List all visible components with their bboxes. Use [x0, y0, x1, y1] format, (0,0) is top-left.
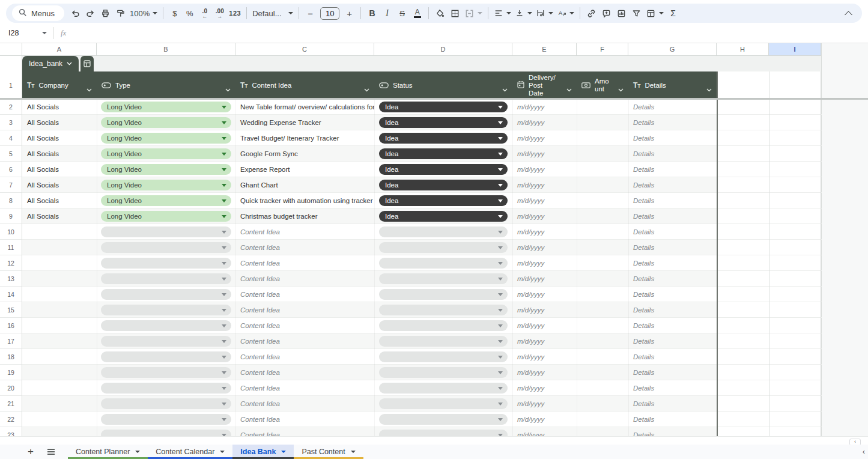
status-dropdown-pill[interactable] [379, 367, 508, 378]
create-filter-button[interactable] [629, 5, 644, 21]
horizontal-scrollbar[interactable]: ‹ [0, 436, 868, 445]
cell-h[interactable] [717, 271, 769, 287]
cell-h[interactable] [717, 99, 769, 115]
cell-h[interactable] [717, 240, 769, 255]
cell-delivery-date[interactable]: m/d/yyyy [512, 396, 577, 412]
cell-amount[interactable] [577, 380, 628, 396]
status-dropdown-pill[interactable] [379, 273, 508, 284]
cell-details[interactable]: Details [628, 162, 717, 177]
status-dropdown-pill[interactable] [379, 351, 508, 362]
row-header-21[interactable]: 21 [0, 396, 22, 412]
row-header-15[interactable]: 15 [0, 302, 22, 318]
cell-details[interactable]: Details [628, 365, 717, 380]
cell-details[interactable]: Details [628, 380, 717, 396]
cell-amount[interactable] [577, 224, 628, 240]
cell-i[interactable] [769, 177, 821, 193]
cell-i[interactable] [769, 349, 821, 365]
row-header-16[interactable]: 16 [0, 318, 22, 333]
format-percent-button[interactable]: % [182, 5, 197, 21]
cell-i[interactable] [769, 115, 821, 130]
cell-content-idea[interactable]: Content Idea [235, 255, 374, 271]
cell-company[interactable] [22, 224, 97, 240]
cell-details[interactable]: Details [628, 271, 717, 287]
column-header-H[interactable]: H [717, 43, 769, 56]
cell-h[interactable] [717, 412, 769, 427]
redo-button[interactable] [83, 5, 98, 21]
row-header-4[interactable]: 4 [0, 130, 22, 146]
cell-i[interactable] [769, 427, 821, 436]
cell-i[interactable] [769, 396, 821, 412]
column-menu-chevron-icon[interactable] [566, 84, 572, 94]
cell-delivery-date[interactable]: m/d/yyyy [512, 380, 577, 396]
cell-h[interactable] [717, 208, 769, 224]
column-menu-chevron-icon[interactable] [706, 84, 712, 94]
type-dropdown-pill[interactable]: Long Video [101, 117, 231, 128]
column-header-I[interactable]: I [769, 43, 821, 56]
status-dropdown-pill[interactable] [379, 320, 508, 331]
cell-details[interactable]: Details [628, 255, 717, 271]
cell-h[interactable] [717, 349, 769, 365]
row-header-20[interactable]: 20 [0, 380, 22, 396]
type-dropdown-pill[interactable] [101, 226, 231, 237]
status-dropdown-pill[interactable] [379, 398, 508, 409]
cell-delivery-date[interactable]: m/d/yyyy [512, 365, 577, 380]
status-dropdown-pill[interactable] [379, 289, 508, 300]
chevron-down-icon[interactable] [42, 32, 47, 34]
table-header-delivery-post-date[interactable]: Delivery/ Post Date [512, 71, 577, 99]
row-header-3[interactable]: 3 [0, 115, 22, 130]
cell-delivery-date[interactable]: m/d/yyyy [512, 224, 577, 240]
status-dropdown-pill[interactable] [379, 305, 508, 315]
type-dropdown-pill[interactable] [101, 398, 231, 409]
cell-company[interactable] [22, 349, 97, 365]
cell-i[interactable] [769, 412, 821, 427]
status-dropdown-pill[interactable] [379, 226, 508, 237]
row-header-6[interactable]: 6 [0, 162, 22, 177]
cell-content-idea[interactable]: Content Idea [235, 412, 374, 427]
cell-details[interactable]: Details [628, 224, 717, 240]
cell-amount[interactable] [577, 208, 628, 224]
status-dropdown-pill[interactable]: Idea [379, 102, 508, 112]
insert-link-button[interactable] [584, 5, 599, 21]
functions-button[interactable]: Σ [666, 5, 681, 21]
cell-i[interactable] [769, 271, 821, 287]
cell-amount[interactable] [577, 193, 628, 208]
cell-amount[interactable] [577, 240, 628, 255]
cell-company[interactable]: All Socials [22, 162, 97, 177]
cell-content-idea[interactable]: Content Idea [235, 333, 374, 349]
cell-i[interactable] [769, 99, 821, 115]
status-dropdown-pill[interactable] [379, 336, 508, 347]
cell-delivery-date[interactable]: m/d/yyyy [512, 427, 577, 436]
column-header-G[interactable]: G [628, 43, 717, 56]
text-rotation-button[interactable]: A [555, 5, 576, 21]
cell-amount[interactable] [577, 99, 628, 115]
cell-company[interactable]: All Socials [22, 193, 97, 208]
cell-h[interactable] [717, 427, 769, 436]
cell-content-idea[interactable]: Content Idea [235, 318, 374, 333]
cell-i[interactable] [769, 302, 821, 318]
side-panel-chevron-icon[interactable]: ‹ [863, 447, 865, 456]
cell-company[interactable]: All Socials [22, 115, 97, 130]
cell-i[interactable] [769, 146, 821, 162]
cell-company[interactable]: All Socials [22, 208, 97, 224]
cell-details[interactable]: Details [628, 177, 717, 193]
table-header-company[interactable]: TTCompany [22, 71, 97, 99]
cell-company[interactable] [22, 396, 97, 412]
strikethrough-button[interactable]: S [395, 5, 410, 21]
cell-details[interactable]: Details [628, 193, 717, 208]
cell-details[interactable]: Details [628, 130, 717, 146]
cell-details[interactable]: Details [628, 318, 717, 333]
cell-i[interactable] [769, 224, 821, 240]
cell-details[interactable]: Details [628, 115, 717, 130]
vertical-align-button[interactable] [513, 5, 534, 21]
cell-h[interactable] [717, 287, 769, 302]
all-sheets-button[interactable] [44, 445, 58, 459]
cell-h[interactable] [717, 255, 769, 271]
cell-delivery-date[interactable]: m/d/yyyy [512, 318, 577, 333]
sheet-tab-idea-bank[interactable]: Idea Bank [232, 445, 294, 459]
cell-content-idea[interactable]: Ghant Chart [235, 177, 374, 193]
cell-content-idea[interactable]: Content Idea [235, 427, 374, 436]
cell-amount[interactable] [577, 427, 628, 436]
type-dropdown-pill[interactable]: Long Video [101, 148, 231, 159]
cell-company[interactable] [22, 287, 97, 302]
cell-content-idea[interactable]: Google Form Sync [235, 146, 374, 162]
